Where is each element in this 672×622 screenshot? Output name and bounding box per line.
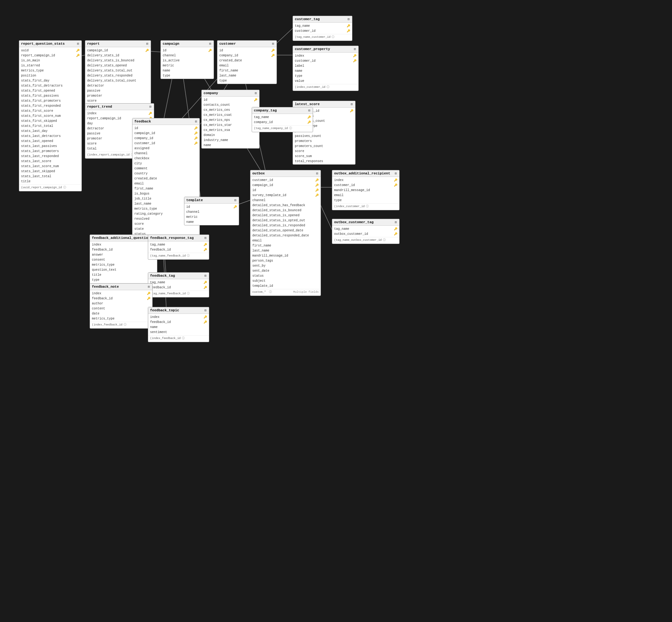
table-row: index🔑 — [148, 314, 209, 319]
table-feedback-topic: feedback_topic ⊞ index🔑 feedback_id🔑 nam… — [148, 307, 209, 342]
table-row: customer_id🔑 — [293, 58, 358, 63]
table-feedback-tag: feedback_tag ⊞ tag_name🔑 feedback_id🔑 (t… — [148, 272, 209, 298]
table-icon[interactable]: ⊞ — [254, 91, 257, 95]
table-row: status — [251, 273, 321, 278]
table-icon[interactable]: ⊞ — [149, 105, 152, 109]
table-row: channel — [161, 53, 214, 58]
table-row: customer_id🔑 — [133, 141, 199, 146]
table-row: stats_first_score_num — [19, 113, 81, 118]
table-row: id🔑 — [202, 97, 259, 102]
table-header: report ⊞ — [85, 41, 151, 47]
table-title: outbox_additional_recipient — [334, 172, 390, 175]
table-row: stats_first_passives — [19, 93, 81, 98]
table-body: id🔑 channel is_active metric name type — [161, 47, 214, 79]
table-title: feedback_tag — [150, 274, 175, 278]
table-row: campaign_id🔑 — [85, 48, 151, 53]
table-title: latest_score — [295, 102, 320, 106]
table-row: tag_name🔑 — [148, 242, 209, 247]
table-header: outbox ⊞ — [251, 170, 321, 177]
table-icon[interactable]: ⊞ — [353, 47, 357, 51]
table-header: template ⊞ — [184, 197, 239, 204]
table-row: channel — [184, 209, 239, 214]
table-title: customer_property — [295, 47, 330, 51]
table-row: stats_first_promoters — [19, 98, 81, 103]
table-icon[interactable]: ⊞ — [194, 119, 197, 124]
table-feedback-response-tag: feedback_response_tag ⊞ tag_name🔑 feedba… — [148, 235, 209, 260]
table-body: index🔑 feedback_id🔑 name sentiment (inde… — [148, 314, 209, 342]
table-header: customer ⊞ — [217, 41, 276, 47]
table-icon[interactable]: ⊞ — [76, 42, 80, 46]
table-header: outbox_customer_tag ⊞ — [332, 219, 399, 226]
table-icon[interactable]: ⊞ — [308, 109, 311, 112]
table-title: feedback_note — [92, 285, 119, 289]
table-row: email — [251, 238, 321, 243]
table-row: delivery_stats_is_bounced — [85, 58, 151, 63]
table-company-tag: company_tag ⊞ tag_name🔑 company_id🔑 (tag… — [252, 107, 313, 132]
table-row: stats_first_day — [19, 78, 81, 83]
table-campaign: campaign ⊞ id🔑 channel is_active metric … — [160, 40, 214, 79]
table-row: company_id🔑 — [217, 53, 276, 58]
table-row: survey_template_id🔑 — [251, 193, 321, 198]
table-row: detailed_status_has_feedback — [251, 203, 321, 208]
table-icon[interactable]: ⊞ — [271, 42, 275, 46]
table-row: sentiment — [148, 330, 209, 335]
table-icon[interactable]: ⊞ — [315, 172, 319, 175]
table-body: id🔑 company_id🔑 created_date email first… — [217, 47, 276, 84]
table-header: feedback_additional_question ⊞ — [90, 235, 157, 241]
table-row: cx_metrics_ces — [202, 107, 259, 112]
table-row: stats_last_promoters — [19, 148, 81, 153]
table-row: total_responses — [293, 159, 355, 164]
table-header: campaign ⊞ — [161, 41, 214, 47]
table-row: mandrill_message_id — [332, 187, 399, 193]
index-row: (index_feedback_id ⓘ — [148, 335, 209, 341]
table-row: first_name — [133, 186, 199, 191]
table-row: stats_last_skipped — [19, 169, 81, 174]
table-row: last_name — [251, 248, 321, 253]
table-row: tag_name🔑 — [252, 114, 313, 119]
table-icon[interactable]: ⊞ — [146, 42, 149, 46]
table-row: is_starred — [19, 63, 81, 68]
table-header: customer_property ⊞ — [293, 46, 358, 53]
table-header: company_tag ⊞ — [252, 107, 313, 114]
table-icon[interactable]: ⊞ — [204, 274, 207, 278]
table-row: stats_last_day — [19, 129, 81, 134]
table-feedback-note: feedback_note ⊞ index🔑 feedback_id🔑 auth… — [90, 283, 153, 329]
table-icon[interactable]: ⊞ — [204, 309, 207, 312]
table-title: customer_tag — [295, 17, 320, 21]
table-icon[interactable]: ⊞ — [147, 285, 150, 289]
table-row: delivery_stats_responded — [85, 73, 151, 78]
table-header: feedback_response_tag ⊞ — [148, 235, 209, 241]
table-body: id🔑 channel metric name — [184, 204, 239, 225]
index-row: (tag_name_feedback_id ⓘ — [148, 253, 209, 259]
table-row: promoters — [293, 138, 355, 143]
table-icon[interactable]: ⊞ — [350, 102, 353, 106]
table-row: delivery_stats_opened — [85, 63, 151, 68]
table-row: type — [217, 78, 276, 83]
table-row: cx_metrics_star — [202, 123, 259, 128]
table-row: template_id — [251, 283, 321, 288]
table-row: feedback_id🔑 — [90, 247, 157, 252]
table-row: assigned — [133, 146, 199, 151]
table-header: feedback_topic ⊞ — [148, 307, 209, 314]
table-row: metric — [161, 63, 214, 68]
table-row: type — [161, 73, 214, 78]
table-row: checkbox — [133, 156, 199, 161]
table-feedback-additional-question: feedback_additional_question ⊞ index🔑 fe… — [90, 235, 157, 290]
table-icon[interactable]: ⊞ — [204, 236, 207, 240]
table-row: feedback_id🔑 — [148, 247, 209, 252]
table-row: content — [90, 306, 152, 311]
table-header: feedback_tag ⊞ — [148, 273, 209, 279]
table-icon[interactable]: ⊞ — [394, 220, 397, 224]
canvas: customer_tag ⊞ tag_name🔑 customer_id🔑 (t… — [0, 0, 672, 622]
table-body: index🔑 customer_id🔑 mandrill_message_id … — [332, 177, 399, 210]
table-icon[interactable]: ⊞ — [394, 172, 397, 175]
table-icon[interactable]: ⊞ — [347, 17, 350, 21]
table-row: detailed_status_opened_date — [251, 228, 321, 233]
index-row: (tag_name_company_id ⓘ — [252, 125, 313, 131]
table-customer-property: customer_property ⊞ index🔑 customer_id🔑 … — [293, 46, 359, 91]
table-icon[interactable]: ⊞ — [209, 42, 212, 46]
table-row: detractor — [85, 83, 151, 88]
table-row: is_active — [161, 58, 214, 63]
table-row: stats_last_opened — [19, 138, 81, 143]
table-icon[interactable]: ⊞ — [234, 198, 237, 202]
